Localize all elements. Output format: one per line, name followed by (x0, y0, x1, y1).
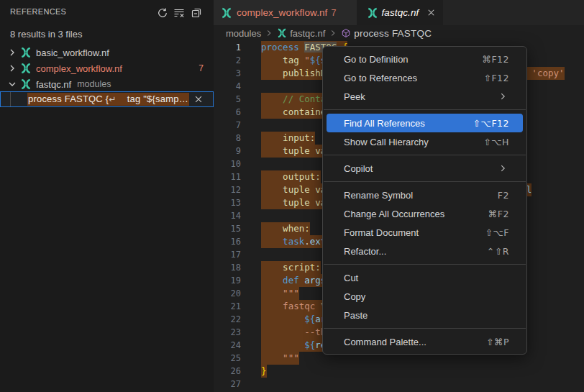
breadcrumb: modules fastqc.nf process FASTQC (214, 25, 584, 41)
editor-context-menu: Go to Definition⌘F12Go to References⇧F12… (322, 46, 527, 355)
references-sidebar: REFERENCES 8 results in 3 files (0, 0, 214, 392)
nextflow-file-icon (20, 63, 32, 74)
line-number: 26 (214, 365, 241, 378)
line-number: 2 (214, 54, 241, 67)
refresh-icon[interactable] (156, 6, 169, 19)
sidebar-title: REFERENCES (10, 7, 66, 16)
file-name: fastqc.nf (36, 79, 71, 90)
menu-item-format-document[interactable]: Format Document⇧⌥F (327, 223, 523, 242)
menu-item-rename-symbol[interactable]: Rename SymbolF2 (327, 186, 523, 204)
menu-item-shortcut: F2 (498, 190, 509, 201)
menu-item-refactor[interactable]: Refactor...⌃⇧R (327, 242, 523, 260)
menu-item-label: Rename Symbol (344, 190, 413, 201)
code-line-11: output: (261, 170, 321, 183)
collapse-all-icon[interactable] (190, 6, 203, 19)
tab-label: complex_workflow.nf (237, 7, 327, 18)
line-number: 19 (214, 274, 241, 287)
menu-separator (324, 155, 526, 155)
line-number: 5 (214, 93, 241, 106)
line-number: 14 (214, 209, 241, 222)
tab-complex-workflow[interactable]: complex_workflow.nf 7 (214, 0, 357, 25)
line-number: 12 (214, 183, 241, 196)
line-number: 16 (214, 235, 241, 248)
nextflow-file-icon (20, 47, 32, 58)
menu-item-show-call-hierarchy[interactable]: Show Call Hierarchy⇧⌥H (327, 132, 523, 151)
menu-item-peek[interactable]: Peek (327, 87, 523, 106)
reference-result-row[interactable]: process FASTQC {↵ tag "${samp… (0, 91, 214, 107)
menu-item-go-to-references[interactable]: Go to References⇧F12 (327, 68, 523, 87)
line-number: 11 (214, 170, 241, 183)
line-number: 22 (214, 313, 241, 326)
menu-separator (324, 264, 526, 265)
menu-item-cut[interactable]: Cut (327, 268, 523, 287)
line-number: 21 (214, 300, 241, 313)
tree-indent-guide (10, 92, 11, 106)
menu-item-paste[interactable]: Paste (327, 306, 523, 324)
tree-item-fastqc[interactable]: fastqc.nf modules (0, 76, 214, 92)
code-line-25: """ (261, 352, 299, 365)
line-number: 18 (214, 261, 241, 274)
line-number: 13 (214, 196, 241, 209)
menu-item-copilot[interactable]: Copilot (327, 159, 523, 178)
menu-item-change-all-occurrences[interactable]: Change All Occurrences⌘F2 (327, 204, 523, 223)
breadcrumb-folder[interactable]: modules (226, 28, 261, 39)
menu-item-label: Cut (344, 273, 358, 283)
file-name: basic_workflow.nf (36, 47, 109, 58)
line-number: 25 (214, 352, 241, 365)
menu-item-shortcut: ⇧⌥H (483, 137, 509, 147)
menu-item-command-palette[interactable]: Command Palette...⇧⌘P (327, 332, 523, 351)
tree-item-complex-workflow[interactable]: complex_workflow.nf 7 (0, 60, 214, 76)
chevron-right-icon (264, 28, 274, 38)
menu-item-shortcut: ⇧F12 (483, 73, 509, 83)
menu-item-shortcut: ⇧⌘P (486, 337, 509, 347)
menu-item-label: Go to References (344, 73, 417, 83)
line-number: 4 (214, 80, 241, 93)
tab-problems-badge: 7 (331, 8, 336, 18)
menu-item-shortcut: ⌘F12 (482, 54, 509, 65)
menu-separator (324, 181, 526, 182)
line-number: 7 (214, 119, 241, 132)
menu-item-shortcut: ⇧⌥F (485, 227, 509, 238)
line-number: 17 (214, 248, 241, 261)
tree-item-basic-workflow[interactable]: basic_workflow.nf (0, 45, 214, 60)
symbol-class-icon (341, 28, 351, 38)
chevron-down-icon (6, 78, 18, 90)
reference-preview: process FASTQC {↵ tag "${samp… (27, 93, 189, 106)
menu-item-label: Refactor... (344, 246, 386, 257)
code-line-15: when: (261, 222, 310, 235)
line-number: 3 (214, 67, 241, 80)
menu-item-label: Copilot (344, 163, 373, 174)
menu-item-shortcut: ⌘F2 (488, 209, 509, 219)
file-path-description: modules (77, 79, 111, 89)
menu-separator (324, 328, 526, 329)
code-line-20: """ (261, 287, 299, 300)
code-line-21: fastqc \ (261, 300, 326, 313)
clear-all-icon[interactable] (173, 6, 186, 19)
menu-item-label: Show Call Hierarchy (344, 137, 429, 147)
editor-tab-bar: complex_workflow.nf 7 fastqc.nf (214, 0, 584, 25)
menu-item-label: Command Palette... (344, 337, 426, 347)
breadcrumb-file[interactable]: fastqc.nf (290, 28, 325, 39)
line-number: 6 (214, 106, 241, 119)
submenu-arrow-icon (498, 163, 508, 173)
menu-item-label: Paste (344, 310, 368, 321)
line-number: 15 (214, 222, 241, 235)
menu-item-label: Find All References (344, 118, 425, 129)
line-number: 24 (214, 339, 241, 352)
menu-item-label: Format Document (344, 227, 419, 238)
nextflow-icon (277, 28, 287, 38)
line-number: 27 (214, 378, 241, 391)
results-summary: 8 results in 3 files (10, 29, 82, 40)
menu-item-go-to-definition[interactable]: Go to Definition⌘F12 (327, 50, 523, 68)
code-line-18: script: (261, 261, 321, 274)
close-icon[interactable] (193, 94, 204, 105)
menu-item-label: Peek (344, 91, 365, 102)
nextflow-icon (367, 7, 378, 19)
close-icon[interactable] (425, 7, 437, 19)
breadcrumb-symbol[interactable]: process FASTQC (354, 28, 432, 39)
menu-item-copy[interactable]: Copy (327, 287, 523, 306)
menu-separator (324, 109, 526, 110)
menu-item-shortcut: ⌃⇧R (487, 246, 509, 257)
menu-item-find-all-references[interactable]: Find All References⇧⌥F12 (327, 114, 523, 132)
tab-fastqc[interactable]: fastqc.nf (357, 0, 443, 25)
